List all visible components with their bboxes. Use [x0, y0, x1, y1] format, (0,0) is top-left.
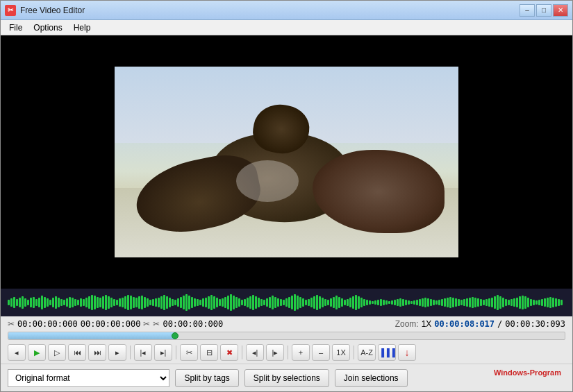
speed-button[interactable]: 1X: [332, 344, 350, 361]
wave-bar: [147, 298, 149, 307]
wave-bar: [338, 297, 340, 308]
wave-bar: [524, 296, 526, 309]
wave-bar: [208, 296, 210, 309]
menu-options[interactable]: Options: [28, 22, 67, 34]
watermark: Windows-Program: [494, 368, 561, 377]
wave-bar: [33, 297, 35, 308]
wave-bar: [299, 297, 301, 308]
bars-button[interactable]: ▐▐▐: [378, 344, 396, 361]
maximize-button[interactable]: □: [536, 4, 551, 17]
wave-bar: [160, 296, 163, 309]
play-selection-button[interactable]: ▷: [48, 344, 66, 361]
wave-bar: [41, 296, 43, 309]
silence-button[interactable]: ⊟: [200, 344, 218, 361]
join-selections-button[interactable]: Join selections: [335, 369, 408, 387]
step-fwd-button[interactable]: ▸: [108, 344, 126, 361]
wave-bar: [163, 295, 165, 310]
sep4: [288, 346, 288, 359]
wave-bar: [27, 300, 29, 305]
vol-up-button[interactable]: +: [292, 344, 310, 361]
wave-bar: [8, 300, 10, 305]
prev-frame-button[interactable]: ⏮: [68, 344, 86, 361]
wave-bar: [302, 298, 304, 307]
next-frame-button[interactable]: ⏭: [88, 344, 106, 361]
wave-bar: [541, 299, 543, 306]
wave-bar: [444, 298, 446, 307]
wave-bar: [149, 300, 151, 305]
wave-bar: [238, 298, 240, 307]
wave-bar: [391, 300, 393, 305]
wave-bar: [310, 298, 313, 307]
wave-bar: [358, 296, 360, 309]
format-select[interactable]: Original format: [8, 369, 169, 387]
wave-bar: [74, 299, 76, 306]
wave-bar: [83, 299, 85, 306]
wave-bar: [291, 296, 293, 309]
wave-bar: [233, 296, 235, 309]
wave-bar: [474, 298, 476, 307]
wave-bar: [552, 298, 554, 307]
time-display-start2: 00:00:00:000: [81, 319, 141, 329]
wave-bar: [260, 299, 263, 306]
play-button[interactable]: ▶: [28, 344, 46, 361]
next-mark-button[interactable]: |▸: [266, 344, 284, 361]
time-separator: /: [497, 319, 502, 329]
wave-bar: [538, 300, 540, 305]
wave-bar: [252, 295, 254, 310]
wave-bar: [285, 298, 288, 307]
goto-start-button[interactable]: |◂: [134, 344, 152, 361]
progress-bar[interactable]: [8, 332, 565, 340]
watermark-suffix: -Program: [527, 368, 561, 377]
wave-bar: [249, 296, 251, 309]
scissors-icon-mid: ✂: [143, 319, 150, 329]
wave-bar: [322, 298, 324, 307]
vol-down-button[interactable]: –: [312, 344, 330, 361]
wave-bar: [483, 300, 485, 305]
wave-bar: [210, 295, 213, 310]
wave-bar: [58, 298, 60, 307]
wave-bar: [394, 300, 396, 305]
wave-bar: [422, 298, 424, 307]
close-button[interactable]: ✕: [553, 4, 568, 17]
wave-bar: [108, 296, 110, 309]
wave-bar: [97, 297, 99, 308]
wave-bar: [452, 298, 454, 307]
progress-handle[interactable]: [172, 332, 178, 339]
wave-bar: [135, 298, 138, 307]
sep1: [130, 346, 131, 359]
sep5: [354, 346, 354, 359]
goto-end-button[interactable]: ▸|: [154, 344, 172, 361]
wave-bar: [13, 297, 15, 308]
cut-button[interactable]: ✂: [180, 344, 198, 361]
waveform[interactable]: [8, 292, 565, 313]
menu-file[interactable]: File: [3, 22, 28, 34]
wave-bar: [380, 299, 382, 306]
waveform-area: [1, 289, 572, 316]
sep2: [176, 346, 176, 359]
download-button[interactable]: ↓: [398, 344, 416, 361]
step-back-button[interactable]: ◂: [8, 344, 26, 361]
wave-bar: [305, 300, 307, 305]
wave-bar: [327, 300, 329, 305]
wave-bar: [85, 298, 88, 307]
wave-bar: [324, 299, 326, 306]
wave-bar: [113, 299, 115, 306]
wave-bar: [555, 298, 557, 307]
app-window: ✂ Free Video Editor – □ ✕ File Options H…: [0, 0, 573, 392]
az-button[interactable]: A-Z: [358, 344, 376, 361]
wave-bar: [183, 296, 185, 309]
wave-bar: [202, 298, 204, 307]
wave-bar: [205, 298, 207, 307]
wave-bar: [280, 299, 282, 306]
wave-bar: [199, 300, 201, 305]
wave-bar: [80, 298, 82, 307]
menu-help[interactable]: Help: [68, 22, 97, 34]
wave-bar: [402, 299, 404, 306]
split-tags-button[interactable]: Split by tags: [175, 369, 238, 387]
wave-bar: [527, 298, 529, 307]
split-selections-button[interactable]: Split by selections: [244, 369, 329, 387]
minimize-button[interactable]: –: [520, 4, 535, 17]
prev-mark-button[interactable]: ◂|: [246, 344, 264, 361]
wave-bar: [124, 296, 126, 309]
delete-button[interactable]: ✖: [220, 344, 238, 361]
